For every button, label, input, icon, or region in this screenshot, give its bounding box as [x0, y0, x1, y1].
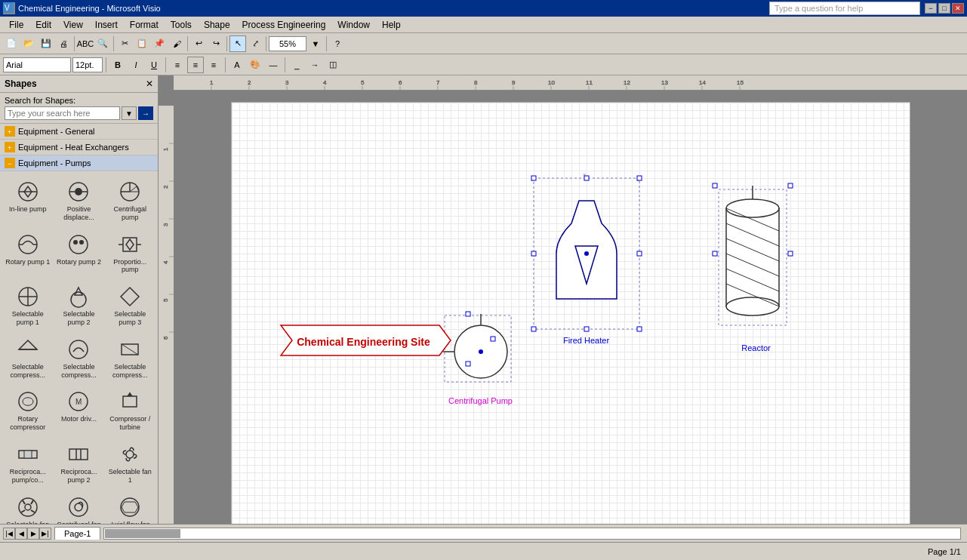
svg-point-117: [584, 251, 589, 256]
menu-view[interactable]: View: [57, 18, 89, 32]
search-go-button[interactable]: →: [138, 106, 153, 120]
category-pumps[interactable]: − Equipment - Pumps: [0, 155, 158, 171]
svg-text:12: 12: [624, 79, 630, 86]
line-ends[interactable]: →: [306, 57, 323, 73]
font-color[interactable]: A: [229, 57, 245, 73]
menu-tools[interactable]: Tools: [165, 18, 198, 32]
menu-file[interactable]: File: [3, 18, 29, 32]
inline-pump-icon: [14, 178, 42, 205]
shape-selectable-pump3[interactable]: Selectable pump 3: [105, 279, 155, 331]
shape-selectable-compressor1[interactable]: Selectable compress...: [3, 332, 53, 383]
svg-point-23: [73, 240, 78, 245]
connector-button[interactable]: ⤤: [247, 35, 263, 52]
menu-format[interactable]: Format: [124, 18, 165, 32]
maximize-button[interactable]: □: [938, 3, 950, 14]
shape-axial-flow-fan1[interactable]: Axial flow fan 1: [105, 490, 155, 524]
category-equipment-general[interactable]: + Equipment - General: [0, 124, 158, 140]
shape-selectable-compressor3[interactable]: Selectable compress...: [105, 332, 155, 383]
shape-compressor-turbine[interactable]: Compressor / turbine: [105, 384, 155, 435]
shape-reciprocating-pump2[interactable]: Reciproca... pump 2: [54, 437, 104, 488]
print-button[interactable]: 🖨: [55, 35, 72, 52]
page-tab-label: Page-1: [64, 529, 91, 538]
fired-heater-element[interactable]: × × ×: [534, 178, 639, 331]
underline-button[interactable]: U: [146, 57, 162, 73]
reactor-element[interactable]: Reactor: [715, 186, 798, 339]
bold-button[interactable]: B: [109, 57, 126, 73]
open-button[interactable]: 📂: [20, 35, 37, 52]
next-page-button[interactable]: ▶: [27, 528, 39, 540]
line-style[interactable]: ⎯: [288, 57, 305, 73]
last-page-button[interactable]: ▶|: [39, 528, 51, 540]
search-shapes-area: Search for Shapes: ▼ →: [0, 93, 158, 124]
align-center[interactable]: ≡: [187, 57, 204, 73]
shape-rotary-pump1[interactable]: Rotary pump 1: [3, 227, 53, 278]
shape-centrifugal-fan[interactable]: Centrifugal fan: [54, 490, 104, 524]
shape-proportional-pump[interactable]: Proportio... pump: [105, 227, 155, 278]
shape-reciprocating-pump1[interactable]: Reciproca... pump/co...: [3, 437, 53, 488]
italic-button[interactable]: I: [128, 57, 144, 73]
close-button[interactable]: ✕: [952, 3, 964, 14]
shape-label: Centrifugal fan: [57, 521, 101, 524]
menu-shape[interactable]: Shape: [198, 18, 236, 32]
menu-process-engineering[interactable]: Process Engineering: [236, 18, 332, 32]
zoom-select[interactable]: 55%: [269, 36, 306, 51]
help-search-box[interactable]: Type a question for help: [769, 2, 920, 15]
svg-rect-148: [491, 337, 495, 341]
shape-selectable-pump2[interactable]: Selectable pump 2: [54, 279, 104, 331]
shape-motor-driven[interactable]: M Motor driv...: [54, 384, 104, 435]
shape-rotary-compressor[interactable]: Rotary compressor: [3, 384, 53, 435]
format-painter[interactable]: 🖌: [168, 35, 185, 52]
save-button[interactable]: 💾: [38, 35, 54, 52]
copy-button[interactable]: 📋: [134, 35, 150, 52]
arrow-banner-element[interactable]: Chemical Engineering Site: [273, 322, 454, 362]
undo-button[interactable]: ↩: [190, 35, 207, 52]
redo-button[interactable]: ↪: [208, 35, 224, 52]
menu-edit[interactable]: Edit: [29, 18, 57, 32]
font-size-selector[interactable]: [72, 57, 103, 72]
shape-label: Selectable compress...: [57, 363, 102, 380]
menu-help[interactable]: Help: [376, 18, 407, 32]
shape-selectable-fan2[interactable]: Selectable fan 2: [3, 490, 53, 524]
menu-window[interactable]: Window: [331, 18, 376, 32]
svg-marker-57: [122, 502, 138, 512]
spell-button[interactable]: ABC: [77, 35, 94, 52]
shadow[interactable]: ◫: [325, 57, 341, 73]
scrollbar-thumb[interactable]: [105, 529, 180, 538]
shape-positive-displacement[interactable]: Positive displace...: [54, 174, 104, 226]
main-area: Shapes ✕ Search for Shapes: ▼ → + Equipm…: [0, 75, 967, 524]
search-button[interactable]: 🔍: [94, 35, 111, 52]
align-right[interactable]: ≡: [205, 57, 222, 73]
horizontal-scrollbar[interactable]: [103, 528, 961, 540]
shape-label: Axial flow fan 1: [107, 521, 152, 524]
categories-list: + Equipment - General + Equipment - Heat…: [0, 124, 158, 171]
page-tab-1[interactable]: Page-1: [54, 527, 100, 540]
drawing-canvas[interactable]: × × ×: [231, 102, 910, 524]
first-page-button[interactable]: |◀: [3, 528, 15, 540]
help-button[interactable]: ?: [329, 35, 346, 52]
minimize-button[interactable]: −: [925, 3, 937, 14]
prev-page-button[interactable]: ◀: [15, 528, 27, 540]
shape-selectable-pump1[interactable]: Selectable pump 1: [3, 279, 53, 331]
shape-rotary-pump2[interactable]: Rotary pump 2: [54, 227, 104, 278]
font-selector[interactable]: [3, 57, 71, 72]
centrifugal-pump-element[interactable]: Centrifugal Pump: [443, 314, 519, 392]
canvas-scroll[interactable]: × × ×: [174, 91, 967, 524]
shape-centrifugal-pump[interactable]: Centrifugal pump: [105, 174, 155, 226]
shapes-close-button[interactable]: ✕: [146, 78, 153, 89]
menu-insert[interactable]: Insert: [89, 18, 124, 32]
paste-button[interactable]: 📌: [151, 35, 168, 52]
pointer-button[interactable]: ↖: [229, 35, 246, 52]
zoom-dropdown[interactable]: ▼: [307, 35, 324, 52]
fill-color[interactable]: 🎨: [247, 57, 263, 73]
shape-inline-pump[interactable]: In-line pump: [3, 174, 53, 226]
new-button[interactable]: 📄: [3, 35, 20, 52]
align-left[interactable]: ≡: [169, 57, 186, 73]
shapes-search-input[interactable]: [5, 106, 120, 120]
line-color[interactable]: —: [265, 57, 282, 73]
search-dropdown-button[interactable]: ▼: [122, 106, 137, 120]
svg-rect-140: [788, 183, 793, 188]
category-heat-exchangers[interactable]: + Equipment - Heat Exchangers: [0, 140, 158, 155]
shape-selectable-compressor2[interactable]: Selectable compress...: [54, 332, 104, 383]
cut-button[interactable]: ✂: [116, 35, 133, 52]
shape-selectable-fan1[interactable]: Selectable fan 1: [105, 437, 155, 488]
